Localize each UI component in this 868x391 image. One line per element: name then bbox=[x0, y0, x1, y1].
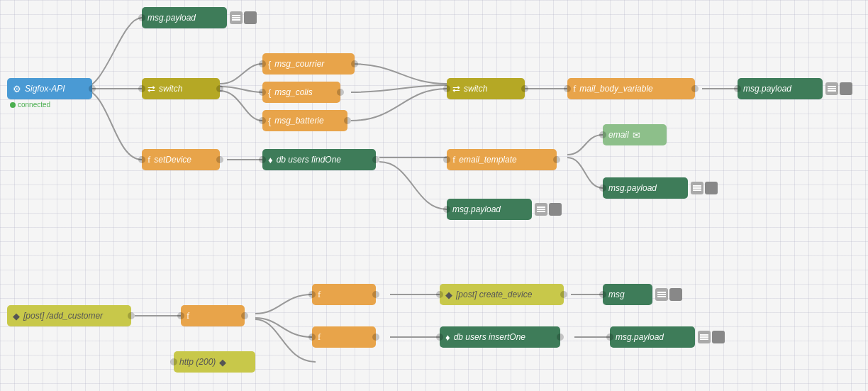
node-buttons[interactable] bbox=[825, 82, 852, 95]
msg-payload-debug-node[interactable]: msg.payload bbox=[447, 199, 532, 220]
node-label: msg.payload bbox=[743, 84, 791, 94]
right-port[interactable] bbox=[344, 117, 351, 124]
node-buttons[interactable] bbox=[691, 182, 718, 194]
node-buttons[interactable] bbox=[230, 11, 257, 24]
left-port[interactable] bbox=[564, 85, 571, 92]
node-label: Sigfox-API bbox=[25, 84, 65, 94]
func-bottom1-node[interactable]: f bbox=[181, 305, 245, 326]
node-buttons[interactable] bbox=[698, 331, 725, 343]
node-label: email bbox=[608, 130, 629, 140]
node-label: switch bbox=[464, 84, 487, 94]
debug-button[interactable] bbox=[840, 82, 852, 95]
left-port[interactable] bbox=[138, 14, 145, 21]
right-port[interactable] bbox=[372, 334, 379, 341]
right-port[interactable] bbox=[521, 85, 528, 92]
left-port[interactable] bbox=[170, 358, 177, 365]
set-device-node[interactable]: f setDevice bbox=[142, 149, 220, 170]
debug-button[interactable] bbox=[712, 331, 725, 343]
function-icon: f bbox=[187, 310, 189, 321]
left-port[interactable] bbox=[606, 334, 613, 341]
msg-payload-bottom-node[interactable]: msg.payload bbox=[610, 326, 695, 348]
sigfox-api-node[interactable]: ⚙ Sigfox-API bbox=[7, 78, 92, 99]
right-port[interactable] bbox=[89, 85, 96, 92]
right-port[interactable] bbox=[691, 85, 699, 92]
svg-rect-5 bbox=[828, 90, 836, 92]
msg-payload-right-node[interactable]: msg.payload bbox=[738, 78, 823, 99]
msg-top-node[interactable]: msg bbox=[603, 284, 652, 305]
left-port[interactable] bbox=[599, 291, 606, 298]
right-port[interactable] bbox=[337, 89, 344, 96]
msg-courrier-node[interactable]: { msg_courrier bbox=[262, 53, 355, 75]
right-port[interactable] bbox=[351, 60, 358, 67]
left-port[interactable] bbox=[138, 85, 145, 92]
left-port[interactable] bbox=[436, 291, 443, 298]
right-port[interactable] bbox=[372, 156, 379, 163]
db-users-insertone-node[interactable]: ♦ db users insertOne bbox=[440, 326, 560, 348]
right-port[interactable] bbox=[372, 291, 379, 298]
left-port[interactable] bbox=[599, 185, 606, 192]
left-port[interactable] bbox=[259, 60, 266, 67]
left-port[interactable] bbox=[443, 85, 450, 92]
db-users-findone-node[interactable]: ♦ db users findOne bbox=[262, 149, 376, 170]
left-port[interactable] bbox=[308, 334, 316, 341]
node-label: email_template bbox=[459, 155, 516, 165]
svg-rect-4 bbox=[828, 88, 836, 89]
node-buttons[interactable] bbox=[655, 288, 682, 301]
debug-button[interactable] bbox=[244, 11, 257, 24]
left-port[interactable] bbox=[443, 156, 450, 163]
node-label: msg bbox=[608, 290, 625, 299]
right-port[interactable] bbox=[241, 312, 248, 319]
list-button[interactable] bbox=[698, 331, 711, 343]
http-200-node[interactable]: http (200) ◆ bbox=[174, 351, 255, 373]
right-port[interactable] bbox=[553, 156, 560, 163]
right-port[interactable] bbox=[128, 312, 135, 319]
left-port[interactable] bbox=[734, 85, 741, 92]
msg-colis-node[interactable]: { msg_colis bbox=[262, 82, 340, 103]
email-template-node[interactable]: f email_template bbox=[447, 149, 557, 170]
email-node[interactable]: email ✉ bbox=[603, 124, 667, 145]
svg-rect-16 bbox=[700, 336, 708, 338]
left-port[interactable] bbox=[259, 89, 266, 96]
node-label: db users findOne bbox=[277, 155, 341, 165]
right-port[interactable] bbox=[557, 334, 564, 341]
debug-button[interactable] bbox=[549, 203, 562, 216]
left-port[interactable] bbox=[138, 156, 145, 163]
func-bot-bottom-node[interactable]: f bbox=[312, 326, 376, 348]
right-port[interactable] bbox=[560, 291, 567, 298]
switch-icon: ⇄ bbox=[148, 84, 155, 94]
node-buttons[interactable] bbox=[535, 203, 562, 216]
msg-payload-mid-node[interactable]: msg.payload bbox=[603, 177, 688, 199]
switch1-node[interactable]: ⇄ switch bbox=[142, 78, 220, 99]
mail-body-variable-node[interactable]: f mail_body_variable bbox=[567, 78, 695, 99]
list-button[interactable] bbox=[535, 203, 547, 216]
list-button[interactable] bbox=[655, 288, 668, 301]
http-response-icon: ◆ bbox=[219, 357, 226, 368]
left-port[interactable] bbox=[599, 131, 606, 138]
switch2-node[interactable]: ⇄ switch bbox=[447, 78, 525, 99]
left-port[interactable] bbox=[443, 206, 450, 213]
node-label: switch bbox=[159, 84, 182, 94]
node-label: mail_body_variable bbox=[579, 84, 652, 94]
list-button[interactable] bbox=[230, 11, 243, 24]
left-port[interactable] bbox=[308, 291, 316, 298]
list-button[interactable] bbox=[825, 82, 838, 95]
post-add-customer-node[interactable]: ◆ [post] /add_customer bbox=[7, 305, 131, 326]
right-port[interactable] bbox=[216, 85, 223, 92]
func-top-bottom-node[interactable]: f bbox=[312, 284, 376, 305]
function-icon: { bbox=[268, 59, 271, 70]
left-port[interactable] bbox=[177, 312, 184, 319]
left-port[interactable] bbox=[436, 334, 443, 341]
post-create-device-node[interactable]: ◆ [post] create_device bbox=[440, 284, 564, 305]
db-icon: ♦ bbox=[268, 155, 273, 165]
msg-payload-top-node[interactable]: msg.payload bbox=[142, 7, 227, 28]
left-port[interactable] bbox=[259, 156, 266, 163]
list-button[interactable] bbox=[691, 182, 703, 194]
left-port[interactable] bbox=[259, 117, 266, 124]
msg-batterie-node[interactable]: { msg_batterie bbox=[262, 110, 347, 131]
svg-rect-7 bbox=[693, 187, 701, 189]
debug-button[interactable] bbox=[669, 288, 682, 301]
svg-rect-9 bbox=[537, 206, 545, 208]
right-port[interactable] bbox=[216, 156, 223, 163]
debug-button[interactable] bbox=[705, 182, 718, 194]
http-icon: ◆ bbox=[445, 290, 452, 300]
